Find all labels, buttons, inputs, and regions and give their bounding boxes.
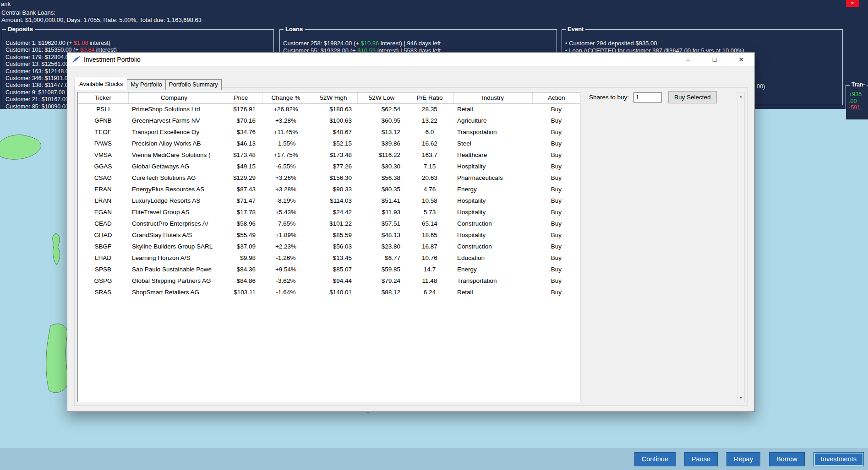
maximize-icon[interactable]: □ <box>701 53 728 67</box>
cell-ticker: GSPG <box>78 275 128 286</box>
cell-change: +5.43% <box>262 206 310 218</box>
cell-52w-low: $116.22 <box>357 149 406 161</box>
pause-button[interactable]: Pause <box>684 452 718 466</box>
cell-52w-high: $13.45 <box>310 252 357 264</box>
cell-price: $70.16 <box>220 115 262 126</box>
cell-52w-high: $173.48 <box>310 149 357 161</box>
cell-action[interactable]: Buy <box>532 218 580 229</box>
stock-row[interactable]: GFNBGreenHarvest Farms NV$70.16+3.28%$10… <box>78 115 580 126</box>
minimize-icon[interactable]: – <box>675 53 701 67</box>
scroll-up-icon[interactable]: ▲ <box>739 92 743 100</box>
stock-row[interactable]: SPSBSao Paulo Sustainable Powe$84.36+9.5… <box>78 264 580 275</box>
titlebar[interactable]: Investment Portfolio – □ ✕ <box>67 53 754 67</box>
cell-action[interactable]: Buy <box>532 149 580 161</box>
cell-industry: Hospitality <box>453 161 532 172</box>
buy-selected-button[interactable]: Buy Selected <box>668 91 717 103</box>
cell-action[interactable]: Buy <box>532 184 580 195</box>
cell-company: GrandStay Hotels A/S <box>128 229 220 241</box>
tab-my-portfolio[interactable]: My Portfolio <box>127 79 166 90</box>
cell-action[interactable]: Buy <box>532 275 580 286</box>
cell-price: $129.29 <box>220 172 262 184</box>
transaction-value: -591. <box>849 104 862 111</box>
cell-ticker: GGAS <box>78 161 128 172</box>
cell-action[interactable]: Buy <box>532 138 580 149</box>
cell-action[interactable]: Buy <box>532 206 580 218</box>
cell-52w-high: $56.03 <box>310 241 357 252</box>
cell-change: -8.19% <box>262 195 310 206</box>
stock-row[interactable]: SRASShopSmart Retailers AG$103.11-1.64%$… <box>78 286 580 298</box>
stock-row[interactable]: CSAGCureTech Solutions AG$129.29+3.26%$1… <box>78 172 580 184</box>
cell-change: +2.23% <box>262 241 310 252</box>
cell-industry: Healthcare <box>453 149 532 161</box>
interest-value: $10.86 <box>360 40 379 47</box>
scroll-down-icon[interactable]: ▼ <box>739 394 743 402</box>
transaction-value: .00 <box>849 98 862 105</box>
cell-action[interactable]: Buy <box>532 264 580 275</box>
transactions-panel: Tran- +935.00-591. <box>846 85 868 120</box>
cell-action[interactable]: Buy <box>532 241 580 252</box>
tab-portfolio-summary[interactable]: Portfolio Summary <box>166 79 222 90</box>
stock-row[interactable]: VMSAVienna MediCare Solutions ($173.48+1… <box>78 149 580 161</box>
stock-row[interactable]: TEOFTransport Excellence Oy$34.76+11.45%… <box>78 126 580 138</box>
tab-available-stocks[interactable]: Available Stocks <box>75 78 127 90</box>
shares-to-buy-label: Shares to buy: <box>589 94 629 101</box>
cell-action[interactable]: Buy <box>532 286 580 298</box>
cell-action[interactable]: Buy <box>532 161 580 172</box>
stock-row[interactable]: GSPGGlobal Shipping Partners AG$84.86-3.… <box>78 275 580 286</box>
close-icon[interactable]: ✕ <box>728 53 754 67</box>
cell-ticker: LHAD <box>78 252 128 264</box>
cell-52w-high: $101.22 <box>310 218 357 229</box>
cell-action[interactable]: Buy <box>532 126 580 138</box>
stock-row[interactable]: LHADLearning Horizon A/S$9.98-1.26%$13.4… <box>78 252 580 264</box>
cell-price: $71.47 <box>220 195 262 206</box>
column-header-pe-ratio: P/E Ratio <box>406 92 453 103</box>
stock-row[interactable]: PSLIPrimeShop Solutions Ltd$176.91+26.82… <box>78 103 580 115</box>
stock-row[interactable]: GGASGlobal Getaways AG$49.15-6.55%$77.26… <box>78 161 580 172</box>
stock-row[interactable]: SBGFSkyline Builders Group SARL$37.09+2.… <box>78 241 580 252</box>
cell-company: Learning Horizon A/S <box>128 252 220 264</box>
stock-row[interactable]: LRANLuxuryLodge Resorts AS$71.47-8.19%$1… <box>78 195 580 206</box>
cell-52w-low: $6.77 <box>357 252 406 264</box>
cell-change: -3.62% <box>262 275 310 286</box>
map-landmass <box>46 324 69 393</box>
cell-industry: Hospitality <box>453 229 532 241</box>
bank-window-title: ank <box>1 0 11 7</box>
deposits-title: Deposits <box>6 26 35 32</box>
cell-industry: Construction <box>453 241 532 252</box>
column-header-company: Company <box>128 92 220 103</box>
cell-price: $84.86 <box>220 275 262 286</box>
cell-action[interactable]: Buy <box>532 252 580 264</box>
cell-pe-ratio: 65.14 <box>406 218 453 229</box>
loans-title: Loans <box>284 26 305 32</box>
repay-button[interactable]: Repay <box>726 452 760 466</box>
borrow-button[interactable]: Borrow <box>769 452 805 466</box>
cell-company: ConstructPro Enterprises A/ <box>128 218 220 229</box>
stock-row[interactable]: ERANEnergyPlus Resources AS$87.43+3.28%$… <box>78 184 580 195</box>
vertical-scrollbar[interactable]: ▲ ▼ <box>737 92 745 402</box>
investments-button[interactable]: Investments <box>813 452 864 466</box>
cell-ticker: TEOF <box>78 126 128 138</box>
cell-pe-ratio: 14.7 <box>406 264 453 275</box>
game-control-bar: ContinuePauseRepayBorrowInvestments <box>0 448 868 470</box>
cell-52w-low: $80.35 <box>357 184 406 195</box>
column-header-price: Price <box>220 92 262 103</box>
continue-button[interactable]: Continue <box>634 452 676 466</box>
stock-row[interactable]: PAWSPrecision Alloy Works AB$46.13-1.55%… <box>78 138 580 149</box>
cell-pe-ratio: 163.7 <box>406 149 453 161</box>
stock-row[interactable]: EGANEliteTravel Group AS$17.78+5.43%$24.… <box>78 206 580 218</box>
shares-input[interactable] <box>633 92 662 103</box>
bank-close-button[interactable]: ✕ <box>846 0 859 7</box>
cell-action[interactable]: Buy <box>532 195 580 206</box>
cell-pe-ratio: 16.62 <box>406 138 453 149</box>
cell-price: $176.91 <box>220 103 262 115</box>
cell-action[interactable]: Buy <box>532 115 580 126</box>
cell-ticker: SPSB <box>78 264 128 275</box>
cell-52w-low: $56.38 <box>357 172 406 184</box>
stock-row[interactable]: CEADConstructPro Enterprises A/$58.96-7.… <box>78 218 580 229</box>
cell-action[interactable]: Buy <box>532 229 580 241</box>
cell-52w-high: $40.67 <box>310 126 357 138</box>
cell-52w-high: $85.59 <box>310 229 357 241</box>
stock-row[interactable]: GHADGrandStay Hotels A/S$55.49+1.89%$85.… <box>78 229 580 241</box>
cell-action[interactable]: Buy <box>532 172 580 184</box>
cell-action[interactable]: Buy <box>532 103 580 115</box>
